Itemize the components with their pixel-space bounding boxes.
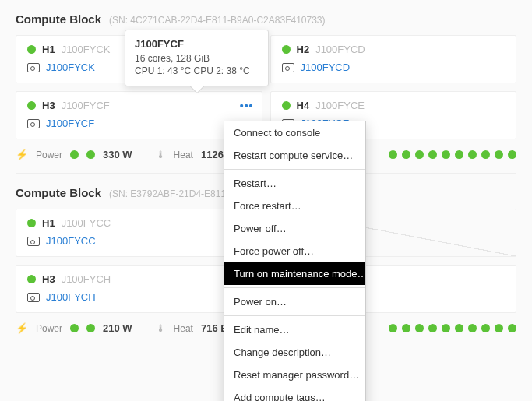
menu-item[interactable]: Connect to console — [224, 121, 365, 144]
power-value: 330 W — [103, 149, 132, 160]
thermometer-icon: 🌡 — [156, 149, 166, 160]
status-dot-icon — [481, 150, 490, 159]
status-dot-icon — [508, 150, 516, 159]
context-menu: Connect to consoleRestart compute servic… — [224, 121, 366, 401]
status-dot-icon — [86, 324, 95, 332]
node-label: H2 — [297, 44, 310, 55]
block-header: Compute Block (SN: 4C271CAB-22D4-E811-B9… — [16, 12, 516, 26]
node-id: J100FYCE — [315, 100, 365, 111]
node-label: H1 — [42, 217, 55, 229]
status-dot-icon — [508, 324, 516, 332]
node-id: J100FYCD — [315, 44, 365, 55]
disk-icon — [27, 293, 40, 302]
node-id: J100FYCK — [62, 44, 111, 55]
status-dot-icon — [428, 324, 437, 332]
node-link[interactable]: J100FYCC — [46, 235, 96, 247]
menu-item[interactable]: Edit name… — [224, 318, 365, 341]
thermometer-icon: 🌡 — [156, 322, 166, 334]
node-label: H3 — [42, 100, 55, 111]
power-value: 210 W — [103, 322, 132, 334]
node-card-h2: H2 J100FYCD J100FYCD ••• — [270, 35, 517, 83]
tooltip-title: J100FYCF — [135, 38, 259, 50]
menu-item[interactable]: Turn on maintenance mode… — [224, 262, 365, 285]
status-dot-icon — [455, 150, 463, 159]
tooltip-spec: 16 cores, 128 GiB — [135, 53, 259, 64]
status-dot-icon — [428, 150, 437, 159]
node-label: H1 — [42, 44, 55, 55]
status-dot-icon — [495, 324, 503, 332]
status-dot-icon — [389, 324, 397, 332]
heat-label: Heat — [174, 149, 193, 160]
menu-item[interactable]: Add compute tags… — [224, 386, 365, 401]
node-tooltip: J100FYCF 16 cores, 128 GiB CPU 1: 43 °C … — [125, 30, 269, 86]
status-dot-icon — [27, 275, 36, 283]
status-dot-row — [389, 150, 516, 159]
status-dot-icon — [27, 219, 36, 227]
status-dot-icon — [468, 150, 477, 159]
menu-item[interactable]: Change description… — [224, 341, 365, 364]
block-title: Compute Block — [16, 186, 101, 199]
node-id: J100FYCH — [62, 273, 111, 285]
power-label: Power — [36, 323, 62, 334]
menu-item[interactable]: Force power off… — [224, 240, 365, 262]
block-serial: (SN: E3792ABF-21D4-E811-9E — [109, 188, 241, 199]
node-id: J100FYCF — [62, 100, 110, 111]
heat-label: Heat — [174, 323, 193, 334]
status-dot-row — [389, 324, 516, 332]
status-dot-icon — [415, 324, 424, 332]
status-dot-icon — [442, 324, 450, 332]
status-dot-icon — [402, 150, 410, 159]
node-link[interactable]: J100FYCK — [46, 62, 95, 73]
node-label: H3 — [42, 273, 55, 285]
menu-item[interactable]: Force restart… — [224, 195, 365, 217]
status-dot-icon — [27, 45, 36, 54]
menu-item[interactable]: Power off… — [224, 217, 365, 240]
menu-separator — [224, 315, 365, 316]
status-dot-icon — [282, 45, 291, 54]
block-serial: (SN: 4C271CAB-22D4-E811-B9A0-C2A83F41073… — [109, 15, 325, 26]
node-id: J100FYCC — [62, 217, 111, 229]
menu-item[interactable]: Power on… — [224, 290, 365, 313]
node-link[interactable]: J100FYCD — [301, 62, 351, 73]
status-dot-icon — [86, 150, 95, 159]
power-label: Power — [36, 149, 62, 160]
bolt-icon: ⚡ — [16, 149, 28, 160]
more-button[interactable]: ••• — [240, 100, 254, 112]
node-link[interactable]: J100FYCH — [46, 291, 96, 303]
menu-item[interactable]: Restart… — [224, 172, 365, 195]
disk-icon — [27, 63, 40, 72]
status-dot-icon — [495, 150, 503, 159]
menu-separator — [224, 169, 365, 170]
disk-icon — [282, 63, 294, 72]
status-dot-icon — [442, 150, 450, 159]
status-dot-icon — [282, 101, 291, 110]
status-dot-icon — [70, 150, 79, 159]
status-dot-icon — [402, 324, 410, 332]
node-link[interactable]: J100FYCF — [46, 118, 94, 129]
status-dot-icon — [389, 150, 397, 159]
status-dot-icon — [481, 324, 490, 332]
menu-separator — [224, 287, 365, 288]
block-title: Compute Block — [16, 12, 101, 26]
status-dot-icon — [468, 324, 477, 332]
node-label: H4 — [297, 100, 310, 111]
disk-icon — [27, 237, 40, 246]
bolt-icon: ⚡ — [16, 322, 28, 334]
status-dot-icon — [70, 324, 79, 332]
menu-item[interactable]: Restart compute service… — [224, 144, 365, 167]
tooltip-temps: CPU 1: 43 °C CPU 2: 38 °C — [135, 65, 259, 76]
status-dot-icon — [455, 324, 463, 332]
menu-item[interactable]: Reset manager password… — [224, 364, 365, 386]
disk-icon — [27, 119, 40, 128]
status-dot-icon — [27, 101, 36, 110]
status-dot-icon — [415, 150, 424, 159]
